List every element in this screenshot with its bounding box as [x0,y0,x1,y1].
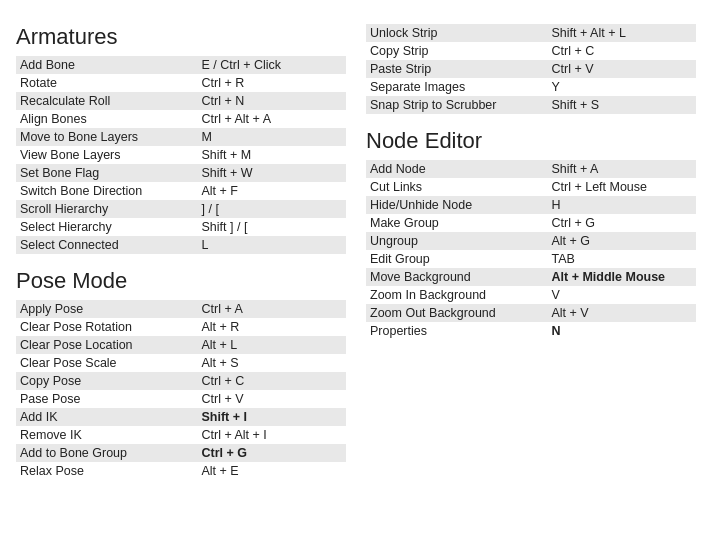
action-label: Clear Pose Scale [16,354,198,372]
key-binding: Y [548,78,697,96]
action-label: Zoom Out Background [366,304,548,322]
key-binding: Alt + L [198,336,347,354]
node-editor-title: Node Editor [366,128,696,154]
strip-actions-table: Unlock StripShift + Alt + LCopy StripCtr… [366,24,696,114]
action-label: Align Bones [16,110,198,128]
key-binding: Ctrl + V [548,60,697,78]
action-label: Recalculate Roll [16,92,198,110]
key-binding: N [548,322,697,340]
left-column: Armatures Add BoneE / Ctrl + ClickRotate… [16,10,366,480]
action-label: Hide/Unhide Node [366,196,548,214]
action-label: Clear Pose Rotation [16,318,198,336]
key-binding: Alt + R [198,318,347,336]
key-binding: Ctrl + R [198,74,347,92]
action-label: Zoom In Background [366,286,548,304]
key-binding: Shift + I [198,408,347,426]
action-label: Add Node [366,160,548,178]
key-binding: Ctrl + Alt + A [198,110,347,128]
key-binding: Alt + S [198,354,347,372]
key-binding: Shift + Alt + L [548,24,697,42]
key-binding: Ctrl + Alt + I [198,426,347,444]
action-label: Add IK [16,408,198,426]
key-binding: Alt + Middle Mouse [548,268,697,286]
action-label: Properties [366,322,548,340]
key-binding: V [548,286,697,304]
action-label: Make Group [366,214,548,232]
action-label: Unlock Strip [366,24,548,42]
action-label: Move Background [366,268,548,286]
key-binding: Ctrl + C [548,42,697,60]
key-binding: Ctrl + V [198,390,347,408]
action-label: Switch Bone Direction [16,182,198,200]
key-binding: Alt + F [198,182,347,200]
key-binding: Shift + M [198,146,347,164]
key-binding: H [548,196,697,214]
key-binding: M [198,128,347,146]
pose-mode-table: Apply PoseCtrl + AClear Pose RotationAlt… [16,300,346,480]
key-binding: Ctrl + Left Mouse [548,178,697,196]
key-binding: Alt + V [548,304,697,322]
action-label: Rotate [16,74,198,92]
action-label: Select Connected [16,236,198,254]
action-label: Select Hierarchy [16,218,198,236]
action-label: Edit Group [366,250,548,268]
node-editor-table: Add NodeShift + ACut LinksCtrl + Left Mo… [366,160,696,340]
key-binding: Ctrl + A [198,300,347,318]
action-label: Separate Images [366,78,548,96]
key-binding: Shift + W [198,164,347,182]
action-label: Snap Strip to Scrubber [366,96,548,114]
action-label: Cut Links [366,178,548,196]
action-label: Move to Bone Layers [16,128,198,146]
action-label: Remove IK [16,426,198,444]
action-label: Copy Strip [366,42,548,60]
key-binding: Shift + S [548,96,697,114]
action-label: Add Bone [16,56,198,74]
action-label: Paste Strip [366,60,548,78]
armatures-table: Add BoneE / Ctrl + ClickRotateCtrl + RRe… [16,56,346,254]
action-label: Scroll Hierarchy [16,200,198,218]
armatures-title: Armatures [16,24,346,50]
key-binding: Ctrl + C [198,372,347,390]
key-binding: Ctrl + G [548,214,697,232]
action-label: Pase Pose [16,390,198,408]
action-label: View Bone Layers [16,146,198,164]
key-binding: Ctrl + N [198,92,347,110]
action-label: Ungroup [366,232,548,250]
key-binding: ] / [ [198,200,347,218]
right-column: Unlock StripShift + Alt + LCopy StripCtr… [366,10,696,480]
key-binding: TAB [548,250,697,268]
action-label: Relax Pose [16,462,198,480]
pose-mode-title: Pose Mode [16,268,346,294]
key-binding: Alt + G [548,232,697,250]
key-binding: Shift + A [548,160,697,178]
action-label: Copy Pose [16,372,198,390]
key-binding: Alt + E [198,462,347,480]
key-binding: Ctrl + G [198,444,347,462]
key-binding: E / Ctrl + Click [198,56,347,74]
action-label: Clear Pose Location [16,336,198,354]
action-label: Add to Bone Group [16,444,198,462]
key-binding: Shift ] / [ [198,218,347,236]
action-label: Apply Pose [16,300,198,318]
action-label: Set Bone Flag [16,164,198,182]
key-binding: L [198,236,347,254]
